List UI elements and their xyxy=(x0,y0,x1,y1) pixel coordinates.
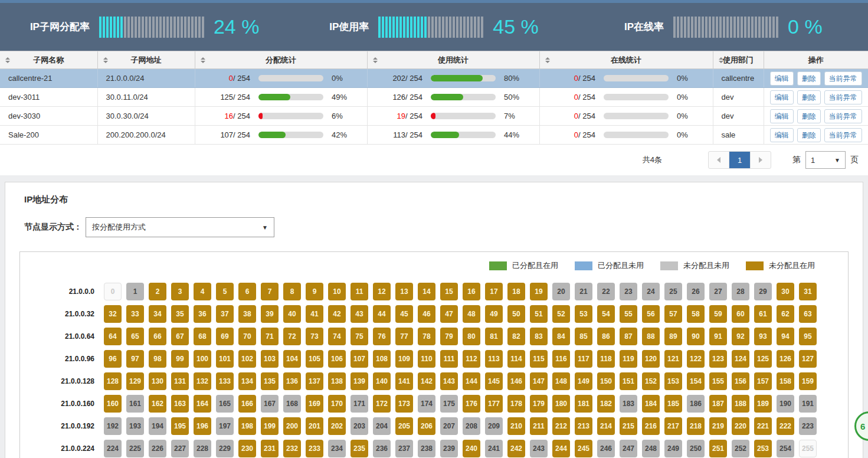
edit-button[interactable]: 编辑 xyxy=(770,128,794,142)
ip-cell[interactable]: 62 xyxy=(777,305,794,323)
ip-cell[interactable]: 193 xyxy=(126,417,144,435)
ip-cell[interactable]: 73 xyxy=(306,328,323,345)
ip-cell[interactable]: 102 xyxy=(238,350,256,368)
ip-cell[interactable]: 222 xyxy=(777,417,794,435)
ip-cell[interactable]: 215 xyxy=(620,417,637,435)
ip-cell[interactable]: 65 xyxy=(126,328,144,345)
ip-cell[interactable]: 60 xyxy=(732,305,749,323)
ip-cell[interactable]: 10 xyxy=(328,283,346,300)
ip-cell[interactable]: 78 xyxy=(418,328,435,345)
delete-button[interactable]: 删除 xyxy=(797,109,821,123)
ip-cell[interactable]: 243 xyxy=(530,440,548,457)
current-abnormal-button[interactable]: 当前异常 xyxy=(824,109,862,123)
ip-cell[interactable]: 9 xyxy=(306,283,323,300)
ip-cell[interactable]: 14 xyxy=(418,283,435,300)
ip-cell[interactable]: 195 xyxy=(171,417,189,435)
ip-cell[interactable]: 35 xyxy=(171,305,189,323)
ip-cell[interactable]: 126 xyxy=(777,350,794,368)
ip-cell[interactable]: 252 xyxy=(732,440,749,457)
ip-cell[interactable]: 44 xyxy=(373,305,391,323)
sort-icon[interactable] xyxy=(103,57,108,63)
sort-icon[interactable] xyxy=(545,57,550,63)
ip-cell[interactable]: 20 xyxy=(552,283,570,300)
ip-cell[interactable]: 38 xyxy=(238,305,256,323)
ip-cell[interactable]: 125 xyxy=(754,350,772,368)
ip-cell[interactable]: 106 xyxy=(328,350,346,368)
ip-cell[interactable]: 12 xyxy=(373,283,391,300)
ip-cell[interactable]: 64 xyxy=(104,328,122,345)
ip-cell[interactable]: 204 xyxy=(373,417,391,435)
ip-cell[interactable]: 89 xyxy=(664,328,682,345)
ip-cell[interactable]: 124 xyxy=(732,350,749,368)
ip-cell[interactable]: 167 xyxy=(261,395,279,413)
ip-cell[interactable]: 128 xyxy=(104,372,122,390)
ip-cell[interactable]: 183 xyxy=(620,395,637,413)
ip-cell[interactable]: 26 xyxy=(687,283,705,300)
ip-cell[interactable]: 212 xyxy=(552,417,570,435)
ip-cell[interactable]: 251 xyxy=(709,440,727,457)
ip-cell[interactable]: 244 xyxy=(552,440,570,457)
delete-button[interactable]: 删除 xyxy=(797,71,821,86)
ip-cell[interactable]: 21 xyxy=(575,283,592,300)
ip-cell[interactable]: 82 xyxy=(507,328,525,345)
ip-cell[interactable]: 3 xyxy=(171,283,189,300)
ip-cell[interactable]: 157 xyxy=(754,372,772,390)
ip-cell[interactable]: 43 xyxy=(351,305,368,323)
ip-cell[interactable]: 219 xyxy=(709,417,727,435)
ip-cell[interactable]: 32 xyxy=(104,305,122,323)
ip-cell[interactable]: 214 xyxy=(597,417,615,435)
ip-cell[interactable]: 56 xyxy=(642,305,660,323)
ip-cell[interactable]: 152 xyxy=(642,372,660,390)
ip-cell[interactable]: 162 xyxy=(149,395,166,413)
ip-cell[interactable]: 205 xyxy=(395,417,413,435)
ip-cell[interactable]: 141 xyxy=(395,372,413,390)
ip-cell[interactable]: 33 xyxy=(126,305,144,323)
ip-cell[interactable]: 134 xyxy=(238,372,256,390)
ip-cell[interactable]: 16 xyxy=(463,283,480,300)
prev-page-button[interactable] xyxy=(709,152,729,168)
ip-cell[interactable]: 123 xyxy=(709,350,727,368)
ip-cell[interactable]: 203 xyxy=(351,417,368,435)
ip-cell[interactable]: 177 xyxy=(485,395,503,413)
ip-cell[interactable]: 144 xyxy=(463,372,480,390)
ip-cell[interactable]: 255 xyxy=(799,440,817,457)
ip-cell[interactable]: 142 xyxy=(418,372,435,390)
ip-cell[interactable]: 176 xyxy=(463,395,480,413)
ip-cell[interactable]: 170 xyxy=(328,395,346,413)
ip-cell[interactable]: 146 xyxy=(507,372,525,390)
ip-cell[interactable]: 192 xyxy=(104,417,122,435)
ip-cell[interactable]: 116 xyxy=(552,350,570,368)
ip-cell[interactable]: 236 xyxy=(373,440,391,457)
sort-icon[interactable] xyxy=(373,57,378,63)
ip-cell[interactable]: 178 xyxy=(507,395,525,413)
ip-cell[interactable]: 181 xyxy=(575,395,592,413)
ip-cell[interactable]: 74 xyxy=(328,328,346,345)
ip-cell[interactable]: 122 xyxy=(687,350,705,368)
ip-cell[interactable]: 37 xyxy=(216,305,234,323)
ip-cell[interactable]: 188 xyxy=(732,395,749,413)
ip-cell[interactable]: 52 xyxy=(552,305,570,323)
ip-cell[interactable]: 55 xyxy=(620,305,637,323)
ip-cell[interactable]: 40 xyxy=(283,305,301,323)
ip-cell[interactable]: 48 xyxy=(463,305,480,323)
ip-cell[interactable]: 41 xyxy=(306,305,323,323)
ip-cell[interactable]: 70 xyxy=(238,328,256,345)
ip-cell[interactable]: 79 xyxy=(440,328,458,345)
ip-cell[interactable]: 113 xyxy=(485,350,503,368)
ip-cell[interactable]: 139 xyxy=(351,372,368,390)
ip-cell[interactable]: 1 xyxy=(126,283,144,300)
table-row[interactable]: callcentre-2121.0.0.0/240/ 2540%202/ 254… xyxy=(0,69,868,88)
ip-cell[interactable]: 19 xyxy=(530,283,548,300)
ip-cell[interactable]: 154 xyxy=(687,372,705,390)
ip-cell[interactable]: 30 xyxy=(777,283,794,300)
ip-cell[interactable]: 87 xyxy=(620,328,637,345)
delete-button[interactable]: 删除 xyxy=(797,90,821,104)
ip-cell[interactable]: 63 xyxy=(799,305,817,323)
edit-button[interactable]: 编辑 xyxy=(770,109,794,123)
ip-cell[interactable]: 54 xyxy=(597,305,615,323)
ip-cell[interactable]: 156 xyxy=(732,372,749,390)
ip-cell[interactable]: 138 xyxy=(328,372,346,390)
ip-cell[interactable]: 237 xyxy=(395,440,413,457)
ip-cell[interactable]: 105 xyxy=(306,350,323,368)
ip-cell[interactable]: 229 xyxy=(216,440,234,457)
